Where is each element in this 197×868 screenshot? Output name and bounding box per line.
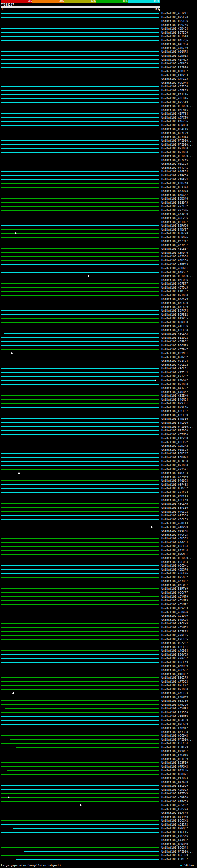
hit-line[interactable] (1, 345, 159, 346)
hit-line[interactable] (1, 755, 159, 755)
hit-label[interactable]: UniRef100_C4WGN2 (161, 379, 188, 382)
hit-line[interactable] (1, 222, 159, 222)
hit-row[interactable]: UniRef100_B5FXG0 (0, 301, 197, 305)
hit-row[interactable]: UniRef100_C5DGF6 (0, 568, 197, 572)
hit-line[interactable] (1, 538, 159, 539)
hit-row[interactable]: UniRef100_Q97CW5 (0, 158, 197, 162)
hit-line[interactable] (1, 141, 159, 141)
hit-label[interactable]: UniRef100_Q7RGK3 (161, 765, 188, 769)
hit-line[interactable] (1, 341, 159, 342)
hit-label[interactable]: UniRef100_A65Y62 (161, 804, 188, 807)
hit-label[interactable]: UniRef100_Q3UJ50 (161, 259, 188, 262)
hit-line[interactable] (1, 647, 159, 647)
hit-row[interactable]: UniRef100_A6YM75 (0, 598, 197, 602)
hit-row[interactable]: UniRef100_Q81TB4 (0, 359, 197, 363)
hit-label[interactable]: UniRef100_A6YM72 (161, 603, 188, 606)
hit-row[interactable]: UniRef100_C5GW16 (0, 753, 197, 757)
hit-line[interactable] (5, 303, 159, 303)
hit-line[interactable] (1, 635, 159, 636)
hit-line[interactable] (1, 195, 159, 195)
hit-row[interactable]: UniRef100_Q81TF9 (0, 757, 197, 761)
hit-label[interactable]: UniRef100_C9E1O5 (161, 638, 188, 641)
hit-line[interactable] (1, 855, 159, 856)
hit-line[interactable] (1, 59, 159, 60)
hit-row[interactable]: UniRef100_Q6C0M3 (0, 734, 197, 738)
hit-label[interactable]: UniRef100_A0FD16 (161, 97, 188, 100)
hit-line[interactable] (1, 735, 159, 736)
hit-row[interactable]: UniRef100_A6ZM69 (0, 475, 197, 479)
hit-row[interactable]: UniRef100_B9TTW3 (0, 792, 197, 796)
hit-row[interactable]: UniRef100_Q5M2L2 (0, 487, 197, 491)
hit-label[interactable]: UniRef100_B4F7Q6 (161, 39, 188, 42)
hit-row[interactable]: UniRef100_P62917 (0, 239, 197, 243)
hit-label[interactable]: UniRef100_A7TCY3 (161, 491, 188, 494)
hit-line[interactable] (1, 260, 159, 261)
hit-row[interactable]: UniRef100_B9VZP3 (0, 606, 197, 610)
hit-label[interactable]: UniRef100_UPI000... (161, 429, 193, 432)
hit-label[interactable]: UniRef100_B41569 (161, 711, 188, 714)
hit-row[interactable]: UniRef100_C4QB62 (0, 390, 197, 394)
hit-label[interactable]: UniRef100_A8K9P6 (161, 251, 188, 255)
hit-line[interactable] (1, 596, 159, 597)
hit-label[interactable]: UniRef100_C8CLR8 (161, 329, 188, 332)
hit-label[interactable]: UniRef100_C4QB62 (161, 391, 188, 394)
hit-line[interactable] (1, 21, 159, 21)
hit-line[interactable] (1, 480, 159, 481)
hit-row[interactable]: UniRef100_A4O0E8 (0, 649, 197, 653)
hit-line[interactable] (1, 801, 159, 802)
hit-label[interactable]: UniRef100_Q5M2L2 (161, 487, 188, 490)
hit-line[interactable] (1, 654, 159, 655)
hit-label[interactable]: UniRef100_B4DK86 (161, 618, 188, 622)
hit-row[interactable]: UniRef100_C1H8H2 (0, 178, 197, 182)
hit-line[interactable] (1, 202, 159, 203)
hit-line[interactable] (1, 272, 159, 273)
hit-label[interactable]: UniRef100_Q4Y4J0 (161, 780, 188, 784)
hit-line[interactable] (1, 225, 159, 226)
hit-label[interactable]: UniRef100_C5P774 (161, 808, 188, 811)
hit-row[interactable]: UniRef100_P40693 (0, 479, 197, 483)
hit-label[interactable]: UniRef100_B5X078 (161, 189, 188, 193)
hit-line[interactable] (1, 353, 159, 353)
hit-label[interactable]: UniRef100_A8MAD3 (161, 62, 188, 65)
hit-label[interactable]: UniRef100_C4YCH4 (161, 549, 188, 552)
hit-line[interactable] (1, 681, 159, 682)
hit-line[interactable] (1, 562, 159, 562)
hit-label[interactable]: UniRef100_B8NRM0 (161, 842, 188, 846)
hit-row[interactable]: UniRef100_Q7RVQ9 (0, 800, 197, 804)
hit-line[interactable] (1, 639, 159, 640)
hit-row[interactable]: UniRef100_Q9SFV0 (0, 16, 197, 20)
hit-label[interactable]: UniRef100_UPI000... (161, 556, 193, 560)
hit-label[interactable]: UniRef100_C0PT38 (161, 112, 188, 116)
hit-row[interactable]: UniRef100_B2YI29 (0, 131, 197, 135)
hit-line[interactable] (1, 670, 159, 670)
hit-line[interactable] (1, 534, 159, 535)
hit-label[interactable]: UniRef100_Q6CQH1 (161, 564, 188, 567)
hit-row[interactable]: UniRef100_A9PB25 (0, 89, 197, 93)
hit-row[interactable]: UniRef100_Q4GYL3 (0, 471, 197, 475)
hit-row[interactable]: UniRef100_Q5EGL8 (0, 162, 197, 166)
hit-row[interactable]: UniRef100_B3GM23 (0, 344, 197, 348)
hit-line[interactable] (1, 693, 159, 693)
hit-row[interactable]: UniRef100_C3ZEN0 (0, 394, 197, 398)
hit-line[interactable] (1, 163, 159, 164)
hit-row[interactable]: UniRef100_UPI000... (0, 688, 197, 691)
hit-label[interactable]: UniRef100_Q9V3G1 (161, 402, 188, 405)
hit-row[interactable]: UniRef100_B6TGT0 (0, 34, 197, 38)
hit-label[interactable]: UniRef100_Q56FM5 (161, 529, 188, 533)
hit-row[interactable]: UniRef100_UPI000... (0, 463, 197, 467)
hit-label[interactable]: UniRef100_A6O4W4 (161, 611, 188, 614)
hit-line[interactable] (1, 766, 159, 767)
hit-label[interactable]: UniRef100_A5C103 (161, 691, 188, 695)
hit-row[interactable]: UniRef100_Q9Z237 (0, 641, 197, 645)
hit-row[interactable]: UniRef100_P41116 (0, 92, 197, 96)
hit-row[interactable]: UniRef100_UPI000... (0, 738, 197, 742)
hit-row[interactable]: UniRef100_B9RH37 (0, 69, 197, 73)
hit-label[interactable]: UniRef100_B5DG46 (161, 197, 188, 200)
hit-row[interactable]: UniRef100_C8CLR3 (0, 332, 197, 336)
hit-line[interactable] (1, 48, 159, 48)
hit-line[interactable] (20, 816, 159, 817)
hit-row[interactable]: UniRef100_C7GS66 (0, 834, 197, 838)
hit-line[interactable] (1, 179, 159, 180)
hit-label[interactable]: UniRef100_Q9SPM4 (161, 81, 188, 85)
hit-label[interactable]: UniRef100_Q81TF9 (161, 757, 188, 761)
